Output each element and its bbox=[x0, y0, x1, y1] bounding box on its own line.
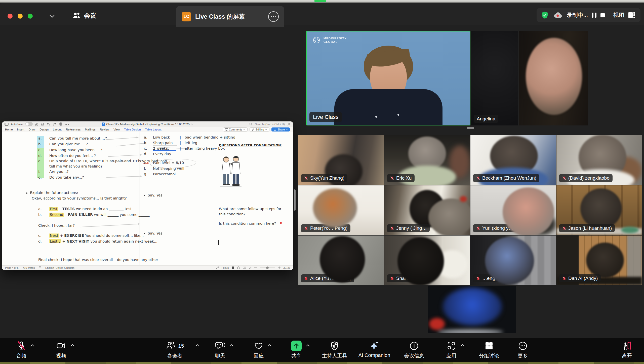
focus-label[interactable]: Focus bbox=[222, 266, 229, 269]
chat-chevron[interactable] bbox=[229, 344, 234, 347]
tab-view[interactable]: View bbox=[113, 128, 120, 131]
video-tile-live-class[interactable]: MEDIVERSITYGLOBAL Live Class bbox=[306, 31, 470, 125]
apps-chevron[interactable] bbox=[460, 344, 465, 347]
tab-review[interactable]: Review bbox=[100, 128, 109, 131]
video-tile-sharon[interactable]: Sharo…) bbox=[384, 236, 470, 285]
video-tile-jenny[interactable]: Jenny ( Jing… bbox=[384, 185, 470, 235]
editing-button[interactable]: Editing bbox=[250, 127, 269, 131]
leave-button[interactable]: 离开 bbox=[622, 340, 632, 359]
reactions-chevron[interactable] bbox=[267, 344, 272, 347]
mic-muted-icon bbox=[17, 341, 26, 351]
print-icon[interactable] bbox=[59, 122, 62, 126]
tab-table-design[interactable]: Table Design bbox=[124, 128, 141, 131]
save-icon[interactable] bbox=[41, 122, 44, 126]
redo-icon[interactable] bbox=[53, 122, 57, 126]
screen: 会议 LC Live Class 的屏幕 录制中... 视图 bbox=[0, 0, 644, 364]
video-tile-alice[interactable]: Alice (YuYan Peng) bbox=[298, 236, 384, 285]
video-tile-eng[interactable]: …eng bbox=[470, 236, 556, 285]
web-layout-icon[interactable] bbox=[237, 266, 240, 270]
host-tools-button[interactable]: 主持人工具 bbox=[322, 340, 347, 359]
view-button-label[interactable]: 视图 bbox=[613, 11, 624, 19]
word-count[interactable]: 710 words bbox=[23, 266, 35, 269]
tab-table-layout[interactable]: Table Layout bbox=[145, 128, 162, 131]
home-icon[interactable] bbox=[35, 122, 38, 126]
print-layout-icon[interactable] bbox=[231, 266, 234, 270]
tab-more-icon[interactable] bbox=[268, 11, 279, 22]
video-tile-partial[interactable] bbox=[428, 286, 516, 333]
strip-drag-handle[interactable] bbox=[467, 127, 474, 129]
stop-recording-icon[interactable] bbox=[600, 13, 605, 17]
video-tile-angelina[interactable]: Angelina bbox=[471, 31, 518, 125]
more-commands-icon[interactable] bbox=[65, 124, 69, 125]
apps-button[interactable]: 应用 bbox=[446, 340, 456, 359]
undo-icon[interactable] bbox=[46, 122, 50, 126]
video-tile-david[interactable]: (David) zengxiaobo bbox=[556, 135, 642, 185]
fullscreen-button[interactable] bbox=[28, 14, 33, 19]
video-tile-yuri[interactable]: Yuri (xiong y… bbox=[470, 185, 556, 235]
tab-mailings[interactable]: Mailings bbox=[85, 128, 95, 131]
video-tile-eric[interactable]: Eric Xu bbox=[384, 135, 470, 185]
tab-references[interactable]: References bbox=[66, 128, 81, 131]
chevron-down-icon[interactable] bbox=[49, 15, 55, 18]
word-titlebar: AutoSave Class 12 - Mediversity Global -… bbox=[2, 121, 293, 127]
comments-button[interactable]: Comments bbox=[223, 127, 248, 131]
dock-sliver bbox=[0, 362, 644, 364]
tab-draw[interactable]: Draw bbox=[28, 128, 35, 131]
audio-options-chevron[interactable] bbox=[30, 344, 34, 347]
tab-layout[interactable]: Layout bbox=[53, 128, 62, 131]
panel-resize-handle[interactable] bbox=[294, 189, 296, 211]
document-page[interactable]: a.Can you tell me more about....? b.Can … bbox=[2, 132, 293, 266]
audio-button[interactable]: 音频 bbox=[16, 340, 26, 359]
video-options-chevron[interactable] bbox=[70, 344, 75, 347]
reactions-button[interactable]: 回应 bbox=[254, 340, 264, 359]
account-icon[interactable] bbox=[287, 122, 291, 126]
view-layout-icon[interactable] bbox=[628, 12, 636, 18]
meeting-tab[interactable]: 会议 bbox=[72, 12, 96, 20]
video-button[interactable]: 视频 bbox=[56, 340, 66, 359]
participants-chevron[interactable] bbox=[195, 344, 200, 347]
video-tile-sky[interactable]: Sky(Yun Zhang) bbox=[298, 135, 384, 185]
tab-live-class-screen[interactable]: LC Live Class 的屏幕 bbox=[176, 6, 284, 27]
zoom-in-icon[interactable] bbox=[278, 267, 280, 269]
close-button[interactable] bbox=[8, 14, 13, 19]
meeting-info-button[interactable]: 会议信息 bbox=[404, 340, 424, 359]
shield-check-icon[interactable] bbox=[541, 11, 549, 19]
proofing-icon[interactable] bbox=[39, 266, 41, 269]
breakout-rooms-button[interactable]: 分组讨论 bbox=[479, 340, 499, 359]
tab-design[interactable]: Design bbox=[39, 128, 49, 131]
share-screen-button[interactable]: 共享 bbox=[291, 340, 302, 359]
focus-icon[interactable] bbox=[216, 267, 219, 269]
document-title[interactable]: Class 12 - Mediversity Global - Explaini… bbox=[106, 123, 189, 126]
video-tile-dan[interactable]: Dan Ai (Andy) bbox=[556, 236, 642, 285]
zoom-percentage[interactable]: 301% bbox=[283, 266, 290, 269]
ai-companion-button[interactable]: AI Companion bbox=[358, 340, 390, 358]
minimize-button[interactable] bbox=[18, 14, 23, 19]
tab-insert[interactable]: Insert bbox=[17, 128, 24, 131]
pause-recording-icon[interactable] bbox=[592, 13, 596, 18]
share-chevron[interactable] bbox=[306, 344, 310, 347]
share-document-button[interactable]: Share bbox=[271, 127, 290, 131]
reactions-label: 回应 bbox=[254, 352, 264, 359]
video-tile-jason[interactable]: Jason (Li huanhuan) bbox=[556, 185, 642, 235]
search-icon[interactable] bbox=[249, 123, 252, 126]
more-button[interactable]: 更多 bbox=[518, 340, 528, 359]
window-frame-icon[interactable] bbox=[5, 123, 9, 126]
video-tile-participant[interactable] bbox=[519, 31, 588, 125]
page-indicator[interactable]: Page 4 of 5 bbox=[5, 266, 19, 269]
future-action-row: a.First – TESTS we need to do an _______… bbox=[38, 207, 132, 211]
zoom-out-icon[interactable] bbox=[254, 267, 257, 269]
language-indicator[interactable]: English (United Kingdom) bbox=[45, 266, 75, 269]
breakout-rooms-label: 分组讨论 bbox=[479, 352, 499, 359]
participants-button[interactable]: 15 参会者 bbox=[166, 340, 184, 359]
autosave-toggle[interactable] bbox=[25, 122, 33, 126]
draft-view-icon[interactable] bbox=[249, 267, 252, 269]
chat-button[interactable]: 聊天 bbox=[215, 340, 225, 359]
search-field[interactable]: Search (Cmd + Ctrl + U) bbox=[255, 123, 285, 126]
zoom-slider[interactable] bbox=[260, 268, 275, 268]
video-tile-peter[interactable]: Peter(Yo… Peng) bbox=[298, 185, 384, 235]
outline-view-icon[interactable] bbox=[243, 267, 246, 269]
video-tile-beckham[interactable]: Beckham (Zhou WenJun) bbox=[470, 135, 556, 185]
tab-home[interactable]: Home bbox=[5, 128, 13, 131]
host-tools-label: 主持人工具 bbox=[322, 352, 347, 359]
cloud-recording-icon[interactable] bbox=[553, 12, 563, 19]
